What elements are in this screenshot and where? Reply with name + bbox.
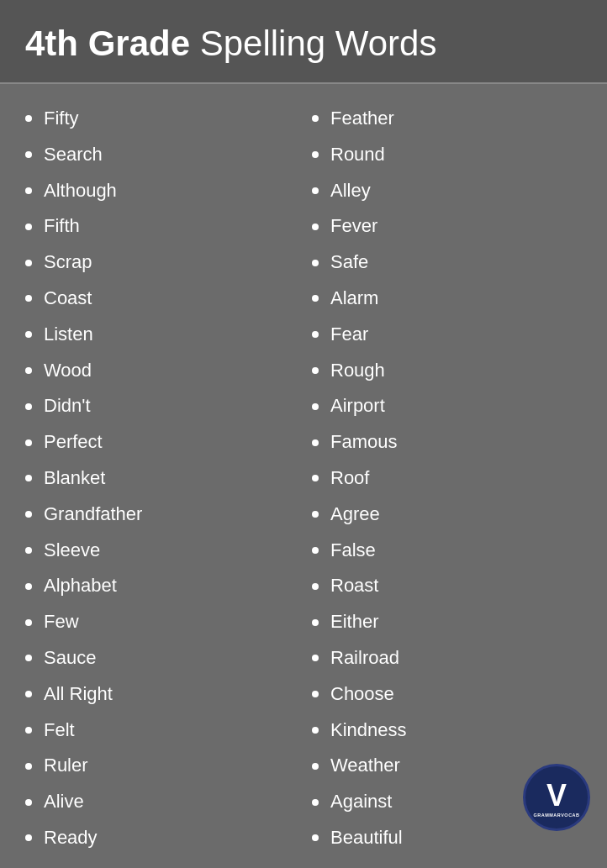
list-item: Fear [312,317,582,353]
list-item: Roof [312,460,582,497]
list-item: Blanket [25,460,295,497]
list-item: Sleeve [25,533,295,569]
bullet-icon [312,763,319,770]
bullet-icon [25,834,32,841]
page-header: 4th Grade Spelling Words [0,0,607,84]
word-list: FiftySearchAlthoughFifthScrapCoastListen… [17,101,590,856]
bullet-icon [312,187,319,194]
bullet-icon [312,367,319,374]
bullet-icon [25,799,32,806]
bullet-icon [25,187,32,194]
bullet-icon [25,619,32,626]
list-item: Fifth [25,208,295,245]
list-item: Airport [312,388,582,424]
bullet-icon [312,655,319,661]
bullet-icon [25,151,32,158]
list-item: Safe [312,245,582,281]
bullet-icon [25,439,32,446]
list-item: Alarm [312,281,582,317]
list-item: Ruler [25,748,295,784]
bullet-icon [312,151,319,158]
list-item: Rough [312,353,582,389]
list-item: Alphabet [25,568,295,604]
list-item: Grandfather [25,497,295,533]
list-item: Choose [312,676,582,713]
list-item: Railroad [312,640,582,676]
list-item: Didn't [25,388,295,424]
list-item: Although [25,173,295,209]
bullet-icon [312,331,319,338]
bullet-icon [312,691,319,697]
list-item: Alive [25,784,295,820]
bullet-icon [25,655,32,661]
bullet-icon [25,475,32,481]
bullet-icon [312,439,319,446]
bullet-icon [312,799,319,806]
bullet-icon [312,583,319,590]
list-item: Famous [312,424,582,460]
bullet-icon [25,583,32,590]
left-column: FiftySearchAlthoughFifthScrapCoastListen… [17,101,304,856]
list-item: Sauce [25,640,295,676]
list-item: Search [25,137,295,173]
list-item: Listen [25,317,295,353]
list-item: Few [25,604,295,640]
bullet-icon [312,834,319,841]
bullet-icon [25,727,32,734]
list-item: Perfect [25,424,295,460]
list-item: Roast [312,568,582,604]
bullet-icon [25,115,32,122]
bullet-icon [312,511,319,518]
list-item: Round [312,137,582,173]
bullet-icon [312,403,319,410]
bullet-icon [312,727,319,734]
bullet-icon [25,331,32,338]
list-item: Either [312,604,582,640]
list-item: Coast [25,281,295,317]
right-column: FeatherRoundAlleyFeverSafeAlarmFearRough… [304,101,590,856]
list-item: All Right [25,676,295,713]
bullet-icon [25,260,32,266]
bullet-icon [25,763,32,770]
bullet-icon [25,691,32,697]
bullet-icon [25,295,32,302]
list-item: Fever [312,208,582,245]
list-item: Kindness [312,713,582,749]
list-item: Alley [312,173,582,209]
bullet-icon [25,511,32,518]
list-item: Agree [312,497,582,533]
list-item: Ready [25,820,295,856]
list-item: Feather [312,101,582,137]
list-item: Felt [25,713,295,749]
bullet-icon [312,295,319,302]
bullet-icon [312,115,319,122]
bullet-icon [312,619,319,626]
list-item: False [312,533,582,569]
content-area: FiftySearchAlthoughFifthScrapCoastListen… [0,84,607,868]
bullet-icon [25,224,32,230]
bullet-icon [25,403,32,410]
bullet-icon [25,367,32,374]
bullet-icon [312,475,319,481]
page-title: 4th Grade Spelling Words [25,24,582,64]
logo: V GRAMMARVOCAB [523,764,590,831]
bullet-icon [312,260,319,266]
list-item: Fifty [25,101,295,137]
bullet-icon [312,547,319,554]
bullet-icon [312,224,319,230]
list-item: Wood [25,353,295,389]
bullet-icon [25,547,32,554]
list-item: Scrap [25,245,295,281]
